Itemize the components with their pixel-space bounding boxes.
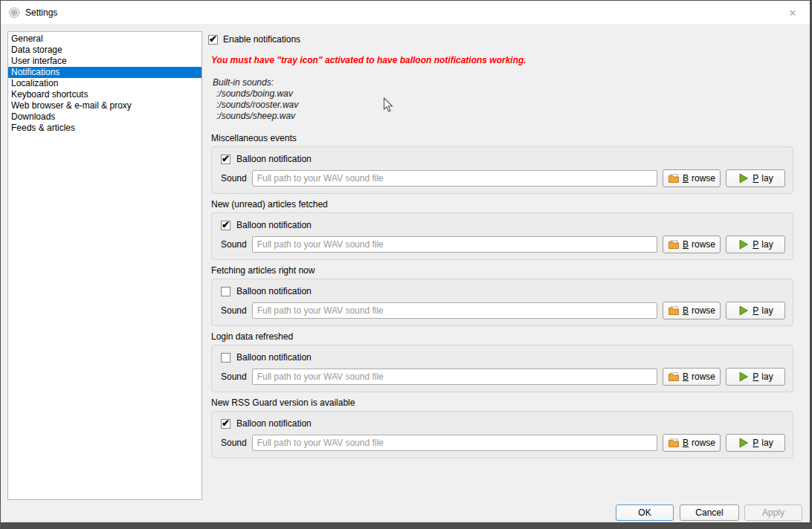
ok-button[interactable]: OK [616,504,674,521]
sound-path-input[interactable] [252,369,657,385]
sound-row: SoundBrowsePlay [221,302,785,319]
sound-label: Sound [221,239,247,250]
balloon-notification-label: Balloon notification [236,286,312,296]
folder-icon [668,238,680,250]
section-groupbox: Balloon notificationSoundBrowsePlay [211,345,793,392]
browse-button[interactable]: Browse [663,434,721,452]
browse-button[interactable]: Browse [663,169,721,187]
notification-section: Miscellaneous events✔Balloon notificatio… [211,134,793,194]
sound-path-input[interactable] [252,236,657,253]
balloon-notification-label: Balloon notification [236,352,312,363]
sidebar-item-downloads[interactable]: Downloads [8,111,202,123]
notification-section: Login data refreshedBalloon notification… [211,332,793,392]
settings-window: Settings ✕ GeneralData storageUser inter… [1,1,810,522]
tray-icon-warning: You must have "tray icon" activated to h… [211,55,526,65]
section-groupbox: ✔Balloon notificationSoundBrowsePlay [211,146,793,194]
play-button[interactable]: Play [726,368,785,386]
sound-row: SoundBrowsePlay [221,169,785,187]
builtin-sounds-title: Built-in sounds: [213,77,298,88]
cancel-button[interactable]: Cancel [680,504,739,521]
browse-button[interactable]: Browse [663,368,721,386]
notification-section: New RSS Guard version is available✔Ballo… [211,398,793,458]
check-mark-icon: ✔ [222,418,230,429]
balloon-notification-row: ✔Balloon notification [221,154,312,164]
sound-label: Sound [221,371,247,382]
sidebar-item-keyboard-shortcuts[interactable]: Keyboard shortcuts [8,89,202,100]
builtin-sounds-list: :/sounds/boing.wav:/sounds/rooster.wav:/… [213,88,298,122]
section-title: New (unread) articles fetched [211,200,328,210]
balloon-notification-row: ✔Balloon notification [221,220,312,230]
builtin-sound-path: :/sounds/rooster.wav [216,100,298,111]
balloon-notification-checkbox[interactable]: ✔ [221,419,231,429]
sound-row: SoundBrowsePlay [221,434,785,452]
section-title: Miscellaneous events [211,134,297,143]
enable-notifications-label: Enable notifications [223,34,300,45]
play-icon [738,305,750,317]
settings-dialog: Settings ✕ GeneralData storageUser inter… [0,0,812,529]
sidebar-item-user-interface[interactable]: User interface [8,56,202,67]
folder-icon [668,437,680,449]
sidebar-item-notifications[interactable]: Notifications [8,67,202,78]
section-title: New RSS Guard version is available [211,398,355,408]
play-button[interactable]: Play [726,236,785,253]
builtin-sound-path: :/sounds/sheep.wav [216,111,298,122]
sidebar-item-data-storage[interactable]: Data storage [8,45,202,56]
balloon-notification-checkbox[interactable] [221,287,231,296]
sound-path-input[interactable] [252,435,657,451]
browse-button[interactable]: Browse [663,302,721,319]
section-groupbox: ✔Balloon notificationSoundBrowsePlay [211,212,793,260]
enable-notifications-checkbox[interactable]: ✔ [208,35,218,45]
sound-path-input[interactable] [252,170,657,186]
sidebar-item-web-browser-e-mail-proxy[interactable]: Web browser & e-mail & proxy [8,100,202,111]
check-mark-icon: ✔ [222,153,230,164]
play-button[interactable]: Play [726,434,785,452]
check-mark-icon: ✔ [209,33,217,45]
sound-label: Sound [221,305,247,316]
apply-button[interactable]: Apply [744,504,802,521]
balloon-notification-checkbox[interactable]: ✔ [221,155,231,164]
section-groupbox: Balloon notificationSoundBrowsePlay [211,279,793,326]
play-button[interactable]: Play [726,169,785,187]
check-mark-icon: ✔ [222,219,230,230]
sound-path-input[interactable] [252,302,657,319]
play-button[interactable]: Play [726,302,785,319]
settings-category-list: GeneralData storageUser interfaceNotific… [7,31,202,500]
section-title: Login data refreshed [211,332,293,342]
browse-button[interactable]: Browse [663,236,721,253]
balloon-notification-label: Balloon notification [236,418,312,429]
enable-notifications-row: ✔ Enable notifications [208,34,300,45]
notification-section: Fetching articles right nowBalloon notif… [211,266,793,326]
notification-section: New (unread) articles fetched✔Balloon no… [211,200,793,260]
balloon-notification-row: Balloon notification [221,286,312,296]
sound-label: Sound [221,173,247,184]
sound-row: SoundBrowsePlay [221,236,785,253]
settings-gear-icon [8,7,20,19]
sound-label: Sound [221,438,247,448]
folder-icon [668,172,680,184]
play-icon [738,172,750,184]
builtin-sounds-block: Built-in sounds: :/sounds/boing.wav:/sou… [213,77,298,122]
section-groupbox: ✔Balloon notificationSoundBrowsePlay [211,411,793,458]
close-icon[interactable]: ✕ [782,4,804,22]
play-icon [738,371,750,383]
play-icon [738,238,750,250]
sidebar-item-general[interactable]: General [8,33,202,45]
sound-row: SoundBrowsePlay [221,368,785,386]
section-title: Fetching articles right now [211,266,315,276]
balloon-notification-label: Balloon notification [236,154,312,164]
sidebar-item-localization[interactable]: Localization [8,78,202,89]
window-title: Settings [25,7,57,18]
sections: Miscellaneous events✔Balloon notificatio… [211,134,793,464]
balloon-notification-label: Balloon notification [236,220,312,230]
play-icon [738,437,750,449]
titlebar[interactable]: Settings ✕ [1,1,810,24]
folder-icon [668,371,680,383]
builtin-sound-path: :/sounds/boing.wav [216,88,298,100]
sidebar-item-feeds-articles[interactable]: Feeds & articles [8,123,202,134]
folder-icon [668,305,680,317]
balloon-notification-checkbox[interactable] [221,353,231,363]
balloon-notification-row: Balloon notification [221,352,312,363]
balloon-notification-row: ✔Balloon notification [221,418,312,429]
balloon-notification-checkbox[interactable]: ✔ [221,221,231,230]
